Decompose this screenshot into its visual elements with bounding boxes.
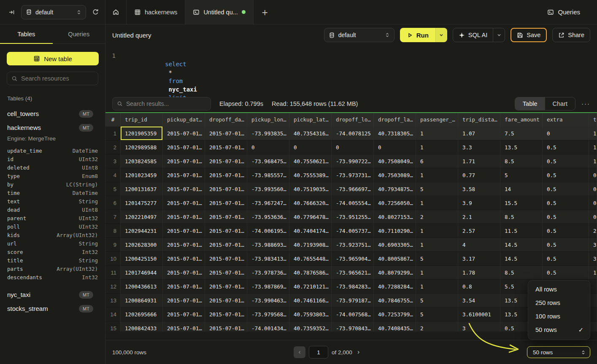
table-cell[interactable]: 40.7550621…: [289, 154, 332, 168]
table-cell[interactable]: 1: [416, 196, 458, 210]
table-cell[interactable]: 0.5: [543, 140, 589, 154]
queries-shortcut[interactable]: Queries: [547, 0, 597, 24]
table-cell[interactable]: 14.5: [500, 238, 543, 252]
results-search-input[interactable]: [126, 100, 206, 107]
table-cell[interactable]: 1: [416, 168, 458, 182]
row-number-cell[interactable]: 15: [105, 321, 121, 332]
table-cell[interactable]: 2015-07-01…: [205, 154, 247, 168]
sql-ai-caret[interactable]: [493, 28, 505, 42]
table-cell[interactable]: 2015-07-01…: [163, 168, 205, 182]
table-cell[interactable]: 2015-07-01…: [205, 238, 247, 252]
column-header[interactable]: dropoff_da…: [205, 113, 247, 127]
table-cell[interactable]: 0.5: [543, 196, 589, 210]
table-cell[interactable]: -73.987869…: [247, 280, 289, 294]
table-cell[interactable]: 2: [416, 321, 458, 332]
column-header[interactable]: trip_dista…: [458, 113, 500, 127]
table-cell[interactable]: 13.5: [500, 140, 543, 154]
table-cell[interactable]: 8.5: [500, 154, 543, 168]
table-cell[interactable]: 1: [416, 280, 458, 294]
table-cell[interactable]: 6: [416, 154, 458, 168]
table-cell[interactable]: -73.967247…: [247, 196, 289, 210]
table-cell[interactable]: 40.7934875…: [374, 182, 416, 196]
table-cell[interactable]: 2015-07-01…: [163, 252, 205, 266]
table-cell[interactable]: 2015-07-01…: [205, 182, 247, 196]
table-cell[interactable]: 0.8: [458, 280, 500, 294]
table-cell[interactable]: -74.005554…: [332, 196, 374, 210]
table-cell[interactable]: 3: [589, 238, 597, 252]
table-cell[interactable]: -74.001434…: [247, 321, 289, 332]
table-cell[interactable]: 0: [589, 210, 597, 224]
table-cell[interactable]: 2015-07-01…: [163, 210, 205, 224]
table-cell[interactable]: 2015-07-01…: [163, 266, 205, 280]
rows-menu-item[interactable]: 50 rows ✓: [528, 323, 590, 337]
tab-hackernews[interactable]: hackernews: [127, 0, 185, 24]
row-number-cell[interactable]: 6: [105, 196, 121, 210]
table-cell[interactable]: 2015-07-01…: [163, 294, 205, 307]
table-cell[interactable]: 0.5: [543, 210, 589, 224]
table-cell[interactable]: 1: [589, 140, 597, 154]
table-cell[interactable]: 2: [416, 210, 458, 224]
sql-ai-button[interactable]: SQL AI: [453, 28, 493, 42]
table-cell[interactable]: 3.17: [458, 252, 500, 266]
table-cell[interactable]: 40.6903305…: [374, 238, 416, 252]
sidebar-table-stocks-stream[interactable]: stocks_stream MT: [7, 302, 98, 315]
sidebar-tab-queries[interactable]: Queries: [53, 24, 105, 43]
table-cell[interactable]: -73.993835…: [247, 127, 289, 140]
table-cell[interactable]: 40.7253799…: [374, 307, 416, 321]
row-number-cell[interactable]: 4: [105, 168, 121, 182]
table-cell[interactable]: 0: [247, 140, 289, 154]
sidebar-table-cell-towers[interactable]: cell_towers MT: [7, 107, 98, 121]
table-cell[interactable]: 2: [589, 224, 597, 238]
table-cell[interactable]: 0.5: [543, 266, 589, 280]
table-cell[interactable]: 40.7110290…: [374, 224, 416, 238]
table-cell[interactable]: 1200131637: [121, 182, 163, 196]
table-cell[interactable]: 3.6100001: [458, 307, 500, 321]
table-cell[interactable]: 0.5: [543, 182, 589, 196]
table-cell[interactable]: 40.7503089…: [374, 168, 416, 182]
table-cell[interactable]: 0: [589, 196, 597, 210]
next-page-button[interactable]: ›: [356, 348, 362, 356]
table-cell[interactable]: 40.7193908…: [289, 238, 332, 252]
table-cell[interactable]: 14.5: [500, 252, 543, 266]
table-cell[interactable]: 2015-07-01…: [205, 140, 247, 154]
table-cell[interactable]: 14: [500, 182, 543, 196]
table-cell[interactable]: 5: [416, 252, 458, 266]
table-cell[interactable]: -73.988693…: [247, 238, 289, 252]
row-number-cell[interactable]: 12: [105, 280, 121, 294]
table-cell[interactable]: 2015-07-01…: [163, 238, 205, 252]
refresh-icon[interactable]: [92, 8, 99, 16]
rows-menu-item[interactable]: 250 rows: [528, 296, 590, 310]
table-cell[interactable]: 40.7359352…: [289, 321, 332, 332]
table-cell[interactable]: 0.5: [543, 224, 589, 238]
table-cell[interactable]: -73.979568…: [247, 307, 289, 321]
column-header[interactable]: pickup_lon…: [247, 113, 289, 127]
table-cell[interactable]: 11.5: [500, 224, 543, 238]
table-cell[interactable]: -73.990463…: [247, 294, 289, 307]
table-cell[interactable]: 0: [589, 182, 597, 196]
table-cell[interactable]: 3.54: [458, 294, 500, 307]
collapse-sidebar-icon[interactable]: [8, 9, 15, 16]
table-cell[interactable]: -74.0078125: [332, 127, 374, 140]
results-more-menu[interactable]: ···: [581, 100, 590, 107]
table-cell[interactable]: 1: [416, 224, 458, 238]
resource-search-input[interactable]: [21, 75, 94, 82]
table-cell[interactable]: 2015-07-01…: [205, 127, 247, 140]
table-cell[interactable]: 0: [589, 168, 597, 182]
table-cell[interactable]: 1.71: [458, 154, 500, 168]
table-cell[interactable]: 1: [416, 127, 458, 140]
column-header[interactable]: #: [105, 113, 121, 127]
table-cell[interactable]: 1200842433: [121, 321, 163, 332]
column-header[interactable]: dropoff_lo…: [332, 113, 374, 127]
table-cell[interactable]: 2015-07-01…: [205, 168, 247, 182]
table-cell[interactable]: 40.7508049…: [374, 154, 416, 168]
row-number-cell[interactable]: 1: [105, 127, 121, 140]
table-cell[interactable]: -74.006195…: [247, 224, 289, 238]
table-cell[interactable]: -73.953636…: [247, 210, 289, 224]
table-cell[interactable]: 2015-07-01…: [205, 307, 247, 321]
row-number-cell[interactable]: 5: [105, 182, 121, 196]
table-cell[interactable]: 40.7519035…: [289, 182, 332, 196]
table-cell[interactable]: 1200425150: [121, 252, 163, 266]
sidebar-table-nyc-taxi[interactable]: nyc_taxi MT: [7, 288, 98, 302]
column-header[interactable]: passenger_…: [416, 113, 458, 127]
table-cell[interactable]: 40.7846755…: [374, 294, 416, 307]
